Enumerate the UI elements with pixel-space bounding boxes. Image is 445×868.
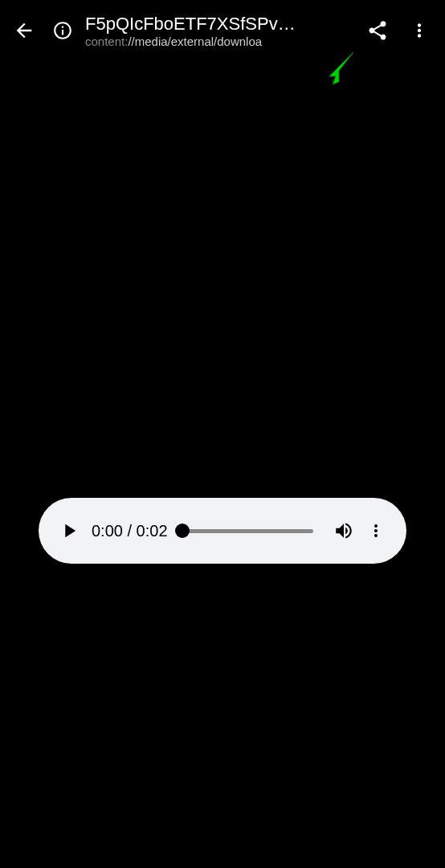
slider-thumb <box>175 524 190 538</box>
title-area: F5pQIcFboETF7XSfSPv… content://media/ext… <box>85 14 353 48</box>
player-more-button[interactable] <box>360 515 392 547</box>
info-icon <box>52 20 73 41</box>
more-menu-button[interactable] <box>402 13 437 48</box>
share-button[interactable] <box>360 13 395 48</box>
slider-track <box>182 529 313 533</box>
page-title: F5pQIcFboETF7XSfSPv… <box>85 14 353 35</box>
back-button[interactable] <box>8 14 40 47</box>
more-vert-icon <box>366 521 386 540</box>
page-subtitle: content://media/external/downloa <box>85 35 353 48</box>
current-time: 0:00 <box>92 522 123 540</box>
more-vert-icon <box>409 20 430 41</box>
volume-button[interactable] <box>328 515 360 547</box>
time-display: 0:00 / 0:02 <box>92 522 168 540</box>
audio-player: 0:00 / 0:02 <box>39 498 406 564</box>
arrow-left-icon <box>13 19 35 42</box>
info-button[interactable] <box>47 14 79 47</box>
duration: 0:02 <box>137 522 168 540</box>
uri-scheme: content: <box>85 35 128 48</box>
seek-slider[interactable] <box>182 515 313 547</box>
uri-path: //media/external/downloa <box>128 35 262 48</box>
time-separator: / <box>123 522 137 540</box>
volume-icon <box>333 520 354 541</box>
header: F5pQIcFboETF7XSfSPv… content://media/ext… <box>0 0 445 61</box>
play-button[interactable] <box>53 515 85 547</box>
play-icon <box>58 520 80 542</box>
share-icon <box>366 19 389 42</box>
